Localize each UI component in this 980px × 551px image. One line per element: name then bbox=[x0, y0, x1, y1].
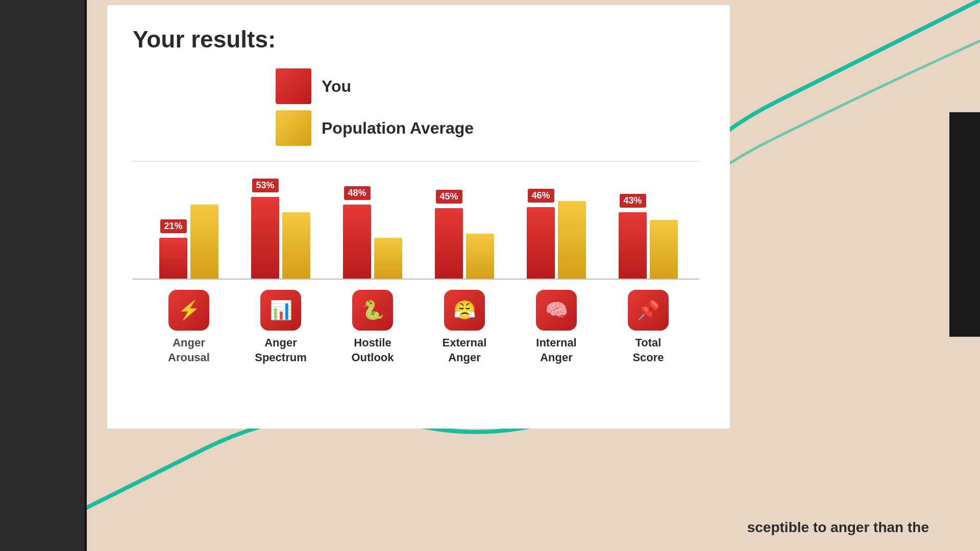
category-icon-internal-anger: 🧠 bbox=[536, 290, 577, 331]
bar-label-external-anger: 45% bbox=[435, 190, 462, 204]
category-name-internal-anger: InternalAnger bbox=[536, 336, 576, 365]
bar-red-anger-arousal: 21% bbox=[159, 238, 187, 279]
bars-row: 21%53%48%45%46%43% bbox=[133, 161, 699, 279]
category-name-total-score: TotalScore bbox=[632, 336, 664, 365]
right-panel bbox=[949, 112, 980, 337]
category-icon-anger-arousal: ⚡ bbox=[168, 290, 209, 331]
bar-yellow-total-score bbox=[650, 220, 678, 279]
bar-pair-external-anger: 45% bbox=[435, 208, 494, 279]
bar-pair-anger-arousal: 21% bbox=[159, 205, 218, 279]
bar-red-external-anger: 45% bbox=[435, 208, 463, 279]
category-item-anger-spectrum: 📊AngerSpectrum bbox=[245, 290, 316, 365]
category-icon-hostile-outlook: 🐍 bbox=[352, 290, 393, 331]
bottom-text: sceptible to anger than the bbox=[747, 519, 929, 536]
category-name-anger-arousal: AngerArousal bbox=[168, 336, 210, 365]
categories-row: ⚡AngerArousal📊AngerSpectrum🐍HostileOutlo… bbox=[133, 290, 699, 365]
legend-item-you: You bbox=[276, 68, 351, 104]
bar-yellow-external-anger bbox=[466, 234, 494, 279]
legend-item-population: Population Average bbox=[276, 110, 474, 146]
bar-label-anger-arousal: 21% bbox=[160, 219, 186, 233]
category-name-anger-spectrum: AngerSpectrum bbox=[255, 336, 306, 365]
legend: You Population Average bbox=[276, 68, 699, 146]
category-item-anger-arousal: ⚡AngerArousal bbox=[153, 290, 225, 365]
category-icon-total-score: 📌 bbox=[628, 290, 669, 331]
bar-red-hostile-outlook: 48% bbox=[343, 205, 371, 279]
bar-yellow-hostile-outlook bbox=[374, 238, 402, 279]
bar-label-hostile-outlook: 48% bbox=[344, 186, 370, 200]
bar-label-internal-anger: 46% bbox=[527, 189, 554, 203]
bar-group-anger-spectrum: 53% bbox=[251, 197, 310, 279]
category-icon-external-anger: 😤 bbox=[444, 290, 485, 331]
bar-group-hostile-outlook: 48% bbox=[343, 205, 402, 279]
category-item-hostile-outlook: 🐍HostileOutlook bbox=[337, 290, 408, 365]
bar-pair-total-score: 43% bbox=[619, 212, 678, 279]
bar-pair-internal-anger: 46% bbox=[527, 201, 586, 279]
bar-group-external-anger: 45% bbox=[435, 208, 494, 279]
category-icon-anger-spectrum: 📊 bbox=[260, 290, 301, 331]
category-item-external-anger: 😤ExternalAnger bbox=[429, 290, 500, 365]
bar-yellow-internal-anger bbox=[558, 201, 586, 279]
category-name-hostile-outlook: HostileOutlook bbox=[351, 336, 394, 365]
bar-yellow-anger-spectrum bbox=[282, 212, 310, 279]
bar-red-anger-spectrum: 53% bbox=[251, 197, 279, 279]
bar-red-total-score: 43% bbox=[619, 212, 647, 279]
category-name-external-anger: ExternalAnger bbox=[443, 336, 487, 365]
bar-label-anger-spectrum: 53% bbox=[252, 179, 278, 192]
bar-label-total-score: 43% bbox=[619, 194, 646, 208]
legend-label-population: Population Average bbox=[322, 119, 474, 138]
category-item-internal-anger: 🧠InternalAnger bbox=[521, 290, 592, 365]
bar-pair-anger-spectrum: 53% bbox=[251, 197, 310, 279]
bar-group-internal-anger: 46% bbox=[527, 201, 586, 279]
bar-group-total-score: 43% bbox=[619, 212, 678, 279]
page-title: Your results: bbox=[133, 26, 699, 53]
legend-color-you bbox=[276, 68, 311, 104]
left-panel bbox=[0, 0, 87, 551]
legend-label-you: You bbox=[322, 77, 351, 96]
legend-color-population bbox=[276, 110, 311, 146]
bar-red-internal-anger: 46% bbox=[527, 207, 555, 279]
chart-container: 21%53%48%45%46%43% bbox=[133, 161, 699, 280]
category-item-total-score: 📌TotalScore bbox=[612, 290, 684, 365]
bar-group-anger-arousal: 21% bbox=[159, 205, 218, 279]
bar-yellow-anger-arousal bbox=[190, 205, 218, 279]
bar-pair-hostile-outlook: 48% bbox=[343, 205, 402, 279]
main-content: Your results: You Population Average 21%… bbox=[107, 5, 730, 429]
chart-guideline bbox=[133, 161, 699, 162]
